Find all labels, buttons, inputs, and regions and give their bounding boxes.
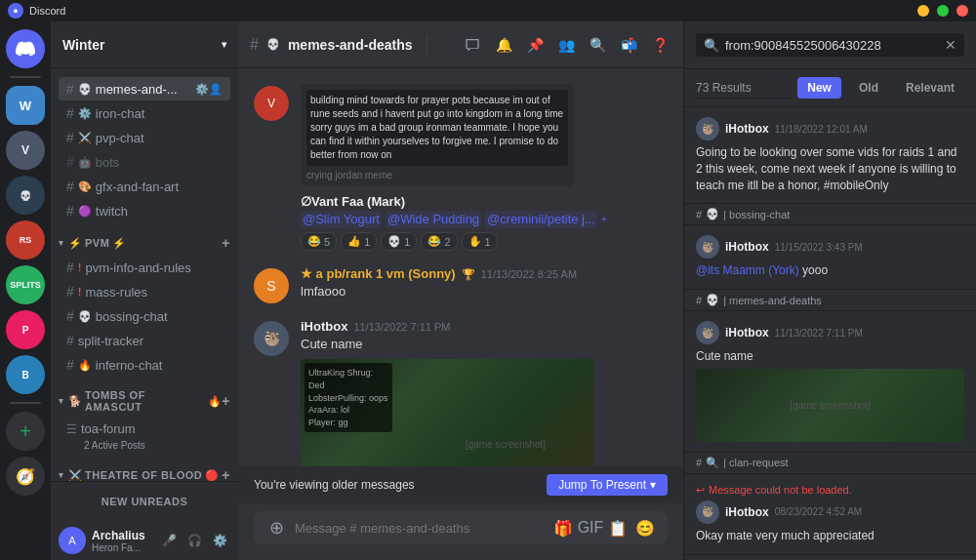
search-result-2-text: @its Maamm (York) yooo	[696, 262, 964, 279]
header-actions: 🔔 📌 👥 🔍 📬 ❓	[461, 33, 671, 57]
category-label-pvm: PVM	[85, 237, 109, 249]
search-result-2-name: iHotbox	[725, 240, 769, 254]
search-badge-3: 🔍	[706, 457, 719, 469]
add-server-button[interactable]: +	[6, 412, 45, 451]
msg-reactions-vanfaa: 😂5 👍1 💀1 😂2 ✋1	[301, 232, 668, 251]
search-result-1[interactable]: 🦥 iHotbox 11/18/2022 12:01 AM Going to b…	[684, 107, 976, 204]
help-button[interactable]: ❓	[648, 33, 671, 57]
reaction-one[interactable]: ✋1	[462, 232, 498, 251]
server-name-label: Winter	[62, 37, 104, 53]
maximize-button[interactable]: □	[937, 5, 949, 17]
reaction-laugh2[interactable]: 😂2	[421, 232, 457, 251]
discord-home-button[interactable]	[6, 29, 45, 68]
server-icon-skull[interactable]: 💀	[6, 176, 45, 215]
channel-emoji-gfx: 🎨	[78, 180, 92, 193]
sticker-button[interactable]: 📋	[607, 517, 629, 539]
notification-button[interactable]: 🔔	[492, 33, 515, 57]
app-title: Discord	[29, 5, 65, 17]
category-chevron-pvm: ▾	[59, 238, 64, 248]
close-button[interactable]: ✕	[956, 5, 968, 17]
server-name-bar[interactable]: Winter ▾	[51, 21, 238, 68]
channel-item-gfx[interactable]: # 🎨 gfx-and-fan-art	[59, 175, 230, 198]
search-result-4-text: Okay mate very much appreciated	[696, 528, 964, 544]
message-input-field[interactable]	[295, 521, 545, 536]
mention-creminii[interactable]: @creminii/petite j...	[485, 211, 597, 228]
channel-item-iron-chat[interactable]: # ⚙️ iron-chat	[59, 101, 230, 125]
exclaim-icon: !	[78, 261, 82, 273]
header-channel-emoji: 💀	[266, 38, 280, 51]
category-pvm[interactable]: ▾ ⚡ PVM ⚡ +	[51, 223, 238, 255]
message-input-actions: 🎁 GIF 📋 😊	[552, 517, 656, 539]
category-theatre[interactable]: ▾ ⚔️ THEATRE OF BLoOD 🔴 +	[51, 456, 238, 481]
channel-item-twitch[interactable]: # 🟣 twitch	[59, 199, 230, 222]
discord-icon: ●	[8, 3, 23, 19]
titlebar-controls[interactable]: − □ ✕	[917, 5, 968, 17]
reaction-thumb[interactable]: 👍1	[341, 232, 377, 251]
server-icon-rs[interactable]: RS	[6, 220, 45, 260]
mute-button[interactable]: 🎤	[158, 530, 180, 551]
channel-name-iron: iron-chat	[96, 106, 223, 121]
search-button[interactable]: 🔍	[586, 33, 609, 57]
channel-item-pvm-info[interactable]: # ! pvm-info-and-rules	[59, 256, 230, 279]
search-result-4[interactable]: ↩ Message could not be loaded. 🦥 iHotbox…	[684, 474, 976, 555]
channel-item-bossing[interactable]: # 💀 bossing-chat	[59, 304, 230, 328]
channel-item-toa-forum[interactable]: ☰ toa-forum 2 Active Posts	[59, 418, 230, 455]
channel-item-split-tracker[interactable]: # split-tracker	[59, 329, 230, 352]
channel-item-inferno[interactable]: # 🔥 inferno-chat	[59, 353, 230, 377]
trophy-icon: 🏆	[462, 268, 475, 281]
server-icon-winter[interactable]: W	[6, 86, 45, 125]
user-settings-button[interactable]: ⚙️	[209, 530, 230, 551]
hash-icon-inferno: #	[66, 357, 74, 373]
new-unreads-label: NEW UNREADS	[102, 496, 188, 507]
server-icon-pink[interactable]: P	[6, 310, 45, 349]
server-icon-b[interactable]: B	[6, 355, 45, 394]
search-filter-old[interactable]: Old	[849, 77, 888, 99]
reaction-skull[interactable]: 💀1	[381, 232, 417, 251]
user-avatar[interactable]: A	[59, 527, 86, 554]
hash-icon-bossing: #	[66, 308, 74, 324]
reaction-5[interactable]: 😂5	[301, 232, 337, 251]
mention-slim[interactable]: @Slim Yogurt	[301, 211, 382, 228]
channel-header-name: memes-and-deaths	[288, 37, 413, 53]
gif-button[interactable]: GIF	[580, 517, 601, 539]
search-results-count: 73 Results	[696, 77, 790, 99]
add-attachment-button[interactable]: ⊕	[265, 517, 287, 539]
add-channel-theatre-button[interactable]: +	[222, 467, 230, 481]
inbox-button[interactable]: 📬	[617, 33, 640, 57]
search-close-button[interactable]: ✕	[945, 37, 956, 53]
explore-servers-button[interactable]: 🧭	[6, 457, 45, 496]
server-icon-v[interactable]: V	[6, 131, 45, 170]
message-load-error: ↩ Message could not be loaded.	[696, 484, 964, 497]
category-tombs[interactable]: ▾ 🐕 TOMBS OF AMASCUT 🔥 +	[51, 378, 238, 417]
jump-to-present-button[interactable]: Jump To Present ▾	[547, 474, 668, 496]
search-filter-new[interactable]: New	[797, 77, 841, 99]
search-input-field[interactable]	[725, 38, 939, 53]
minimize-button[interactable]: −	[917, 5, 929, 17]
mention-pudding[interactable]: @Wide Pudding	[386, 211, 481, 228]
search-filter-relevant[interactable]: Relevant	[896, 77, 964, 99]
threads-button[interactable]	[461, 33, 484, 57]
emoji-button[interactable]: 😊	[634, 517, 656, 539]
channel-name-mass-rules: mass-rules	[85, 285, 223, 300]
search-result-3[interactable]: 🦥 iHotbox 11/13/2022 7:11 PM Cute name […	[684, 311, 976, 453]
add-channel-tombs-button[interactable]: +	[222, 393, 230, 409]
search-result-1-name: iHotbox	[725, 122, 769, 136]
channel-item-memes-and-deaths[interactable]: # 💀 memes-and-... ⚙️👤	[59, 77, 230, 100]
members-button[interactable]: 👥	[554, 33, 578, 57]
pvm-boost-icon-2: ⚡	[112, 237, 127, 250]
deafen-button[interactable]: 🎧	[183, 530, 205, 551]
channel-item-bots[interactable]: # 🤖 bots	[59, 150, 230, 174]
new-unreads-button[interactable]: NEW UNREADS	[59, 490, 230, 513]
search-result-2[interactable]: 🦥 iHotbox 11/15/2022 3:43 PM @its Maamm …	[684, 225, 976, 290]
channel-name-pvm-info: pvm-info-and-rules	[85, 260, 223, 275]
msg-header-ihotbox-1: iHotbox 11/13/2022 7:11 PM	[301, 319, 668, 334]
channel-item-pvp-chat[interactable]: # ⚔️ pvp-chat	[59, 126, 230, 149]
pin-button[interactable]: 📌	[523, 33, 547, 57]
channel-item-mass-rules[interactable]: # ! mass-rules	[59, 280, 230, 303]
server-icon-splits[interactable]: SPLITS	[6, 265, 45, 304]
gift-button[interactable]: 🎁	[552, 517, 574, 539]
add-channel-pvm-button[interactable]: +	[222, 235, 230, 251]
channel-name-split: split-tracker	[78, 334, 223, 348]
search-result-4-header: 🦥 iHotbox 08/23/2022 4:52 AM	[696, 500, 964, 524]
channel-settings-icons: ⚙️👤	[195, 83, 223, 96]
